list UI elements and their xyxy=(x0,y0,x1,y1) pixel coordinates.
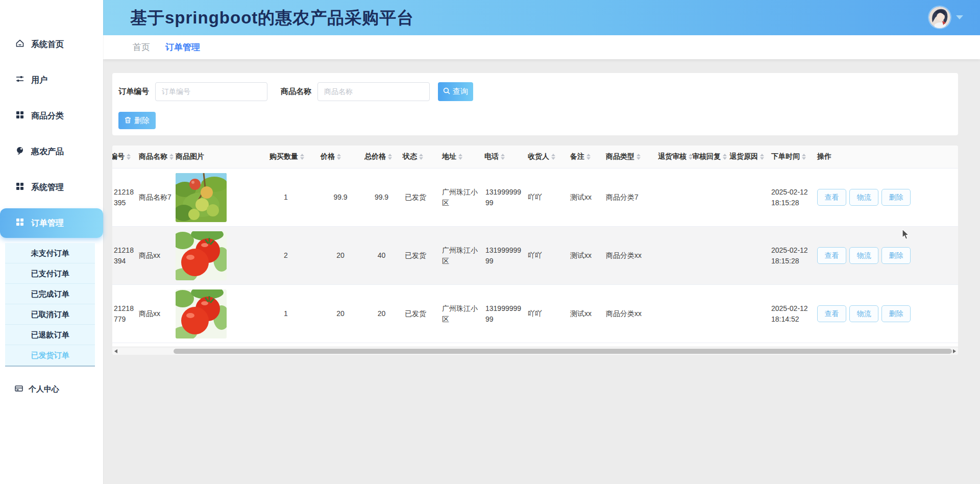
column-header-category[interactable]: 商品类型 xyxy=(604,152,656,162)
sidebar-item-profile[interactable]: 个人中心 xyxy=(0,384,103,395)
cell-qty: 2 xyxy=(265,250,318,260)
column-header-remark[interactable]: 备注 xyxy=(568,152,604,162)
sidebar-item-system-management[interactable]: 系统管理 xyxy=(0,170,103,205)
cell-receiver: 吖吖 xyxy=(526,308,568,319)
horizontal-scrollbar-track[interactable] xyxy=(112,347,958,355)
product-icon xyxy=(15,146,24,157)
sidebar-item-label: 系统首页 xyxy=(31,39,64,50)
view-button[interactable]: 查看 xyxy=(817,189,846,206)
submenu-cancelled-orders[interactable]: 已取消订单 xyxy=(5,304,95,325)
column-header-return_reason[interactable]: 退货原因 xyxy=(727,152,769,162)
topbar: 基于springboot的惠农产品采购平台 xyxy=(103,0,980,35)
search-panel: 订单编号 商品名称 查询 删除 xyxy=(112,73,958,135)
view-button[interactable]: 查看 xyxy=(817,247,846,264)
cell-id: 21218779 xyxy=(112,303,137,324)
sort-caret-icon[interactable] xyxy=(419,152,423,162)
cell-remark: 测试xx xyxy=(568,250,604,260)
logistics-button[interactable]: 物流 xyxy=(849,189,878,206)
cell-address: 广州珠江小区 xyxy=(440,303,482,324)
cell-time: 2025-02-12 18:14:52 xyxy=(769,303,815,324)
sort-caret-icon[interactable] xyxy=(458,152,462,162)
avatar-dropdown-caret[interactable] xyxy=(956,15,963,19)
sort-caret-icon[interactable] xyxy=(551,152,555,162)
logistics-button[interactable]: 物流 xyxy=(849,247,878,264)
column-header-label: 商品类型 xyxy=(606,152,634,161)
view-button[interactable]: 查看 xyxy=(817,305,846,322)
column-header-time[interactable]: 下单时间 xyxy=(769,152,815,162)
sidebar-item-label: 商品分类 xyxy=(31,111,64,122)
sidebar-item-label: 用户 xyxy=(31,75,47,86)
column-header-status[interactable]: 状态 xyxy=(401,152,440,162)
sidebar-item-home[interactable]: 系统首页 xyxy=(0,27,103,62)
cell-phone: 13199999999 xyxy=(482,303,526,324)
sort-caret-icon[interactable] xyxy=(337,152,341,162)
scroll-right-arrow[interactable] xyxy=(953,349,956,353)
column-header-label: 编号 xyxy=(112,152,125,161)
column-header-phone[interactable]: 电话 xyxy=(482,152,526,162)
product-name-input[interactable] xyxy=(317,82,430,101)
sort-caret-icon[interactable] xyxy=(501,152,505,162)
column-header-label: 购买数量 xyxy=(270,152,298,161)
cell-price: 20 xyxy=(318,250,362,260)
cell-id: 21218394 xyxy=(112,245,137,266)
cell-status: 已发货 xyxy=(401,192,440,202)
trash-icon xyxy=(125,116,131,125)
avatar-image xyxy=(929,7,950,28)
column-header-qty[interactable]: 购买数量 xyxy=(265,152,318,162)
sort-caret-icon[interactable] xyxy=(760,152,764,162)
product-name-label: 商品名称 xyxy=(281,87,311,96)
cell-image xyxy=(174,231,265,280)
nav-tab-order-management[interactable]: 订单管理 xyxy=(165,41,200,53)
cell-actions: 查看物流删除 xyxy=(815,189,958,206)
scroll-left-arrow[interactable] xyxy=(114,349,117,353)
sort-caret-icon[interactable] xyxy=(723,152,727,162)
column-header-price[interactable]: 价格 xyxy=(318,152,362,162)
cell-remark: 测试xx xyxy=(568,308,604,319)
submenu-unpaid-orders[interactable]: 未支付订单 xyxy=(5,243,95,263)
column-header-id[interactable]: 编号 xyxy=(112,152,137,162)
sidebar-item-label: 系统管理 xyxy=(31,182,64,193)
sidebar-item-users[interactable]: 用户 xyxy=(0,62,103,98)
column-header-name[interactable]: 商品名称 xyxy=(137,152,174,162)
order-number-input[interactable] xyxy=(155,82,267,101)
user-avatar[interactable] xyxy=(929,7,950,28)
cell-id: 21218395 xyxy=(112,187,137,208)
sort-caret-icon[interactable] xyxy=(127,152,131,162)
column-header-audit_reply[interactable]: 审核回复 xyxy=(690,152,727,162)
sort-caret-icon[interactable] xyxy=(169,152,174,162)
delete-button[interactable]: 删除 xyxy=(881,305,911,322)
sliders-icon xyxy=(15,75,24,86)
column-header-actions: 操作 xyxy=(815,152,958,161)
delete-button[interactable]: 删除 xyxy=(881,189,911,206)
table-inner: 编号商品名称商品图片购买数量价格总价格状态地址电话收货人备注商品类型退货审核审核… xyxy=(112,146,958,343)
submenu-completed-orders[interactable]: 已完成订单 xyxy=(5,284,95,304)
column-header-label: 状态 xyxy=(403,152,417,161)
sidebar-item-product-category[interactable]: 商品分类 xyxy=(0,98,103,134)
submenu-paid-orders[interactable]: 已支付订单 xyxy=(5,263,95,284)
sidebar-item-agricultural-products[interactable]: 惠农产品 xyxy=(0,134,103,170)
submenu-shipped-orders[interactable]: 已发货订单 xyxy=(5,345,95,366)
submenu-refunded-orders[interactable]: 已退款订单 xyxy=(5,325,95,345)
column-header-receiver[interactable]: 收货人 xyxy=(526,152,568,162)
query-button[interactable]: 查询 xyxy=(438,82,473,101)
column-header-return_audit[interactable]: 退货审核 xyxy=(656,152,690,162)
product-image-apples xyxy=(176,173,263,222)
column-header-total[interactable]: 总价格 xyxy=(362,152,401,162)
delete-button[interactable]: 删除 xyxy=(881,247,911,264)
sort-caret-icon[interactable] xyxy=(388,152,392,162)
column-header-address[interactable]: 地址 xyxy=(440,152,482,162)
nav-tab-home[interactable]: 首页 xyxy=(133,41,150,53)
sort-caret-icon[interactable] xyxy=(802,152,806,162)
column-header-label: 下单时间 xyxy=(771,152,800,161)
sort-caret-icon[interactable] xyxy=(586,152,591,162)
column-header-label: 地址 xyxy=(442,152,456,161)
logistics-button[interactable]: 物流 xyxy=(849,305,878,322)
delete-selected-button[interactable]: 删除 xyxy=(118,112,156,129)
sidebar-item-order-management[interactable]: 订单管理 xyxy=(0,208,103,238)
cell-qty: 1 xyxy=(265,192,318,202)
sort-caret-icon[interactable] xyxy=(300,152,304,162)
sort-caret-icon[interactable] xyxy=(636,152,641,162)
horizontal-scrollbar-thumb[interactable] xyxy=(174,349,952,354)
order-submenu: 未支付订单已支付订单已完成订单已取消订单已退款订单已发货订单 xyxy=(5,243,95,367)
table-row: 21218779商品xx12020已发货广州珠江小区13199999999吖吖测… xyxy=(112,285,958,343)
